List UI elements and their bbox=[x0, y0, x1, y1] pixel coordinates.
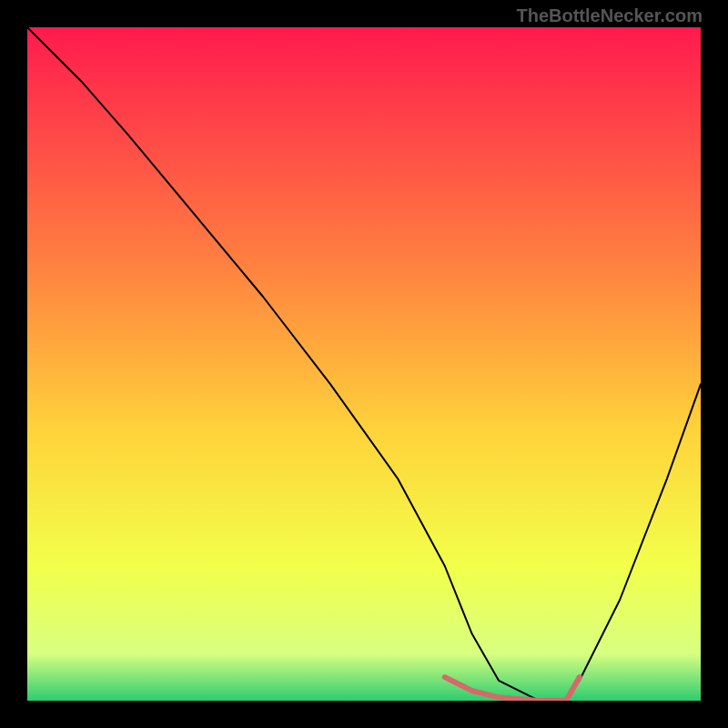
chart-svg bbox=[27, 27, 701, 701]
watermark-text: TheBottleNecker.com bbox=[516, 5, 703, 26]
chart-background bbox=[27, 27, 701, 701]
bottleneck-chart bbox=[27, 27, 701, 701]
